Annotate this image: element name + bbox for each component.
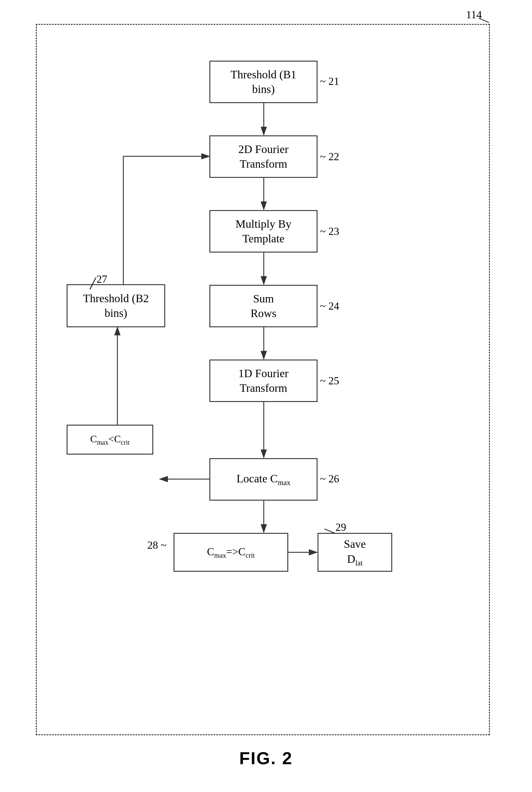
ref-26: ~ 26: [320, 473, 339, 485]
node-threshold-b1-label: Threshold (B1bins): [231, 67, 297, 97]
node-2d-fourier-label: 2D FourierTransform: [239, 142, 288, 171]
outer-diagram-container: Threshold (B1bins) ~ 21 2D FourierTransf…: [36, 24, 490, 735]
node-locate-cmax: Locate Cmax: [209, 458, 318, 501]
node-sum-rows-label: SumRows: [251, 291, 277, 321]
ref-25: ~ 25: [320, 374, 339, 387]
ref-27: 27: [96, 273, 107, 286]
node-cmax-lt-ccrit: Cmax<Ccrit: [66, 425, 153, 455]
node-cmax-lt-ccrit-label: Cmax<Ccrit: [90, 432, 130, 447]
node-2d-fourier: 2D FourierTransform: [209, 135, 318, 178]
ref-27-tick: ╱: [90, 277, 96, 289]
node-threshold-b1: Threshold (B1bins): [209, 61, 318, 103]
node-save-dlat-label: SaveDlat: [344, 537, 366, 568]
node-locate-cmax-label: Locate Cmax: [236, 471, 291, 487]
ref-29: 29: [336, 521, 346, 533]
page: 114 ╲: [0, 0, 532, 792]
ref-24: ~ 24: [320, 300, 339, 312]
node-cmax-gte-ccrit-label: Cmax=>Ccrit: [207, 545, 255, 560]
node-threshold-b2: Threshold (B2bins): [66, 284, 165, 327]
ref-28: 28 ~: [147, 539, 166, 551]
ref-21: ~ 21: [320, 75, 339, 88]
node-sum-rows: SumRows: [209, 285, 318, 327]
figure-label: FIG. 2: [239, 748, 293, 768]
node-threshold-b2-label: Threshold (B2bins): [83, 291, 149, 321]
ref-22: ~ 22: [320, 150, 339, 163]
node-cmax-gte-ccrit: Cmax=>Ccrit: [174, 533, 288, 572]
node-multiply-template: Multiply ByTemplate: [209, 210, 318, 253]
node-1d-fourier-label: 1D FourierTransform: [239, 366, 288, 396]
ref-23: ~ 23: [320, 225, 339, 238]
node-save-dlat: SaveDlat: [318, 533, 392, 572]
node-1d-fourier: 1D FourierTransform: [209, 360, 318, 402]
node-multiply-template-label: Multiply ByTemplate: [236, 217, 291, 246]
